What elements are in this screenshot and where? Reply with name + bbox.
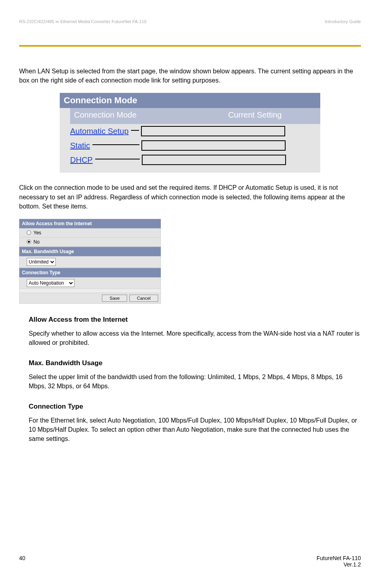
running-header-right: Introductory Guide: [325, 19, 361, 24]
radio-yes[interactable]: [27, 230, 31, 235]
col-header-mode: Connection Mode: [70, 108, 190, 124]
allow-access-header: Allow Access from the Internet: [19, 219, 161, 228]
automatic-setup-link[interactable]: Automatic Setup: [70, 127, 129, 136]
section-access-title: Allow Access from the Internet: [29, 315, 361, 325]
callout-box-auto: [141, 126, 285, 136]
static-link[interactable]: Static: [70, 141, 90, 150]
radio-yes-label: Yes: [33, 230, 41, 236]
radio-no-label: No: [33, 239, 39, 245]
leader-line: [131, 130, 139, 131]
page-number: 40: [19, 555, 25, 568]
connection-mode-figure: Connection Mode Connection Mode Current …: [60, 93, 320, 173]
running-header-left: RS-232C/422/485 ⇔ Ethernet Media Convert…: [19, 19, 147, 24]
page-footer: 40 FutureNet FA-110 Ver.1.2: [19, 555, 361, 568]
leader-line: [92, 144, 139, 145]
footer-version: Ver.1.2: [343, 561, 361, 568]
save-button[interactable]: Save: [102, 295, 127, 302]
connection-type-header: Connection Type: [19, 268, 161, 277]
section-connection-type-body: For the Ethernet link, select Auto Negot…: [29, 416, 361, 444]
footer-product: FutureNet FA-110: [317, 555, 361, 561]
after-panel1-paragraph: Click on the connection mode to be used …: [19, 183, 361, 211]
section-bandwidth-title: Max. Bandwidth Usage: [29, 358, 361, 368]
cancel-button[interactable]: Cancel: [129, 295, 158, 302]
horizontal-rule: [19, 45, 361, 47]
leader-line: [95, 159, 140, 159]
bandwidth-select[interactable]: Unlimited: [27, 258, 56, 266]
intro-paragraph: When LAN Setup is selected from the star…: [19, 67, 361, 85]
allow-access-no-row[interactable]: No: [19, 238, 161, 247]
settings-figure: Allow Access from the Internet Yes No Ma…: [19, 219, 161, 304]
col-header-current: Current Setting: [190, 108, 320, 124]
allow-access-yes-row[interactable]: Yes: [19, 228, 161, 238]
bandwidth-header: Max. Bandwidth Usage: [19, 247, 161, 256]
connection-type-select[interactable]: Auto Negotiation: [27, 279, 74, 287]
radio-no[interactable]: [27, 240, 31, 244]
section-access-body: Specify whether to allow access via the …: [29, 329, 361, 347]
callout-box-static: [141, 140, 286, 151]
section-connection-type-title: Connection Type: [29, 402, 361, 412]
callout-box-dhcp: [142, 155, 286, 165]
dhcp-link[interactable]: DHCP: [70, 155, 93, 165]
panel-title: Connection Mode: [60, 93, 320, 108]
section-bandwidth-body: Select the upper limit of the bandwidth …: [29, 372, 361, 391]
